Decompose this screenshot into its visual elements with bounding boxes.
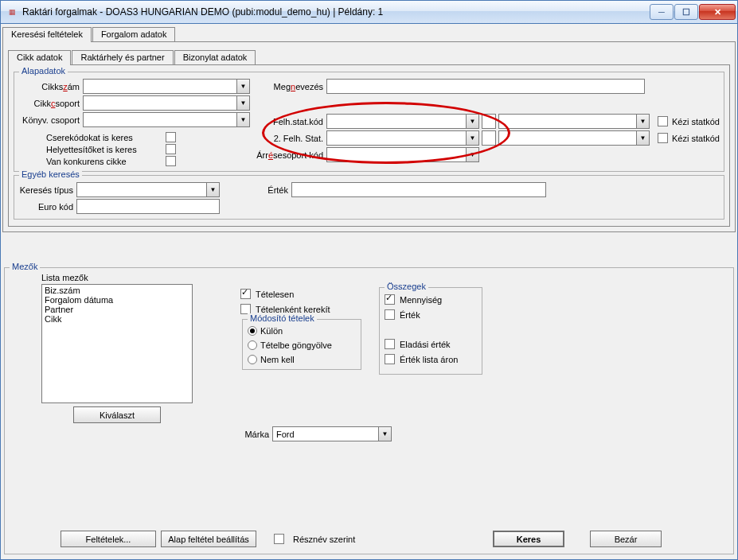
combo-felh2-2nd[interactable]: ▼ bbox=[498, 130, 650, 146]
list-item[interactable]: Biz.szám bbox=[43, 286, 191, 295]
label-felh-stat: Felh.stat.kód bbox=[256, 117, 326, 126]
list-item[interactable]: Partner bbox=[43, 305, 191, 314]
window-title: Raktári forgalmak - DOAS3 HUNGARIAN DEMO… bbox=[22, 6, 649, 18]
button-feltetelek[interactable]: Feltételek... bbox=[61, 531, 156, 547]
label-kezi1: Kézi statkód bbox=[672, 117, 723, 126]
label-nemkell: Nem kell bbox=[260, 355, 295, 364]
input-megnevezes[interactable] bbox=[326, 79, 645, 94]
check-mennyiseg[interactable] bbox=[385, 294, 395, 305]
label-cikkcsoport: Cikkcsoport bbox=[19, 99, 83, 108]
chevron-down-icon: ▼ bbox=[236, 80, 249, 93]
close-button[interactable]: ✕ bbox=[699, 4, 736, 20]
chevron-down-icon: ▼ bbox=[636, 115, 649, 128]
fieldset-alapadatok: Alapadatok Cikkszám ▼ Cikkcsoport ▼ bbox=[14, 72, 724, 172]
radio-kulon[interactable] bbox=[248, 326, 257, 336]
combo-kereses-tipus[interactable]: ▼ bbox=[76, 182, 220, 197]
combo-konyv-csoport[interactable]: ▼ bbox=[83, 112, 250, 127]
label-ertek-osszeg: Érték bbox=[400, 310, 420, 320]
combo-arres[interactable]: ▼ bbox=[326, 147, 479, 162]
outer-tab-row: Keresési feltételek Forgalom adatok bbox=[2, 25, 736, 41]
fieldset-osszegek: Összegek Mennyiség Érték Eladási érték É… bbox=[379, 287, 482, 375]
input-felh-extra[interactable] bbox=[482, 114, 496, 129]
fieldset-mezok: Mezők Lista mezők Biz.számForgalom dátum… bbox=[4, 267, 734, 554]
label-kereses-tipus: Keresés típus bbox=[19, 185, 76, 195]
inner-tab-row: Cikk adatok Raktárhely és partner Bizony… bbox=[8, 49, 730, 64]
combo-marka[interactable]: Ford▼ bbox=[272, 426, 392, 441]
combo-cikkcsoport[interactable]: ▼ bbox=[83, 95, 250, 111]
chevron-down-icon: ▼ bbox=[636, 131, 649, 145]
combo-felh-stat[interactable]: ▼ bbox=[326, 114, 479, 129]
check-eladasi[interactable] bbox=[385, 339, 395, 349]
label-megnevezes: Megnevezés bbox=[256, 82, 326, 91]
label-tetelkent: Tételenként kerekít bbox=[256, 305, 330, 314]
check-listaaron[interactable] bbox=[385, 354, 395, 364]
window-titlebar: ▦ Raktári forgalmak - DOAS3 HUNGARIAN DE… bbox=[1, 1, 737, 24]
legend-osszegek: Összegek bbox=[385, 282, 428, 291]
radio-nemkell[interactable] bbox=[248, 355, 257, 364]
tab-forgalom-adatok[interactable]: Forgalom adatok bbox=[92, 27, 176, 41]
check-resznev[interactable] bbox=[274, 534, 284, 544]
chevron-down-icon: ▼ bbox=[206, 183, 219, 196]
button-alap-feltetel[interactable]: Alap feltétel beállítás bbox=[161, 531, 256, 547]
button-bezar[interactable]: Bezár bbox=[590, 531, 662, 547]
list-item[interactable]: Forgalom dátuma bbox=[43, 295, 191, 305]
legend-alapadatok: Alapadatok bbox=[19, 66, 68, 76]
check-tetelesen[interactable] bbox=[240, 289, 251, 299]
label-eladasi: Eladási érték bbox=[400, 340, 451, 349]
label-konkurens: Van konkurens cikke bbox=[46, 157, 166, 166]
tab-keresesi-feltetelek[interactable]: Keresési feltételek bbox=[2, 27, 92, 42]
chevron-down-icon: ▼ bbox=[378, 427, 391, 441]
label-kulon: Külön bbox=[260, 326, 283, 336]
combo-felh2[interactable]: ▼ bbox=[326, 130, 479, 146]
label-tetelesen: Tételesen bbox=[256, 290, 294, 299]
list-item[interactable]: Cikk bbox=[43, 314, 191, 324]
label-cikkszam: Cikkszám bbox=[19, 82, 83, 91]
label-felh2: 2. Felh. Stat. bbox=[256, 134, 326, 143]
check-konkurens[interactable] bbox=[166, 156, 176, 166]
chevron-down-icon: ▼ bbox=[466, 131, 478, 145]
label-kezi2: Kézi statkód bbox=[672, 134, 723, 143]
legend-mezok: Mezők bbox=[10, 262, 40, 271]
input-felh2-extra[interactable] bbox=[482, 130, 496, 146]
tab-raktarhely[interactable]: Raktárhely és partner bbox=[72, 50, 173, 64]
footer-bar: Feltételek... Alap feltétel beállítás Ré… bbox=[10, 527, 728, 550]
tab-bizonylat[interactable]: Bizonylat adatok bbox=[174, 50, 256, 64]
label-ertek: Érték bbox=[236, 185, 291, 195]
app-icon: ▦ bbox=[6, 6, 18, 18]
label-marka: Márka bbox=[232, 430, 272, 439]
minimize-button[interactable]: ─ bbox=[650, 4, 674, 20]
chevron-down-icon: ▼ bbox=[466, 148, 478, 161]
legend-modosito: Módosító tételek bbox=[248, 313, 317, 323]
check-ertek[interactable] bbox=[385, 309, 395, 320]
check-csere[interactable] bbox=[166, 132, 176, 142]
legend-egyeb: Egyéb keresés bbox=[19, 169, 82, 179]
input-euro-kod[interactable] bbox=[76, 199, 220, 214]
label-gongyolve: Tételbe göngyölve bbox=[260, 340, 332, 350]
label-arres: Árrésesoport kód bbox=[256, 150, 326, 160]
check-kezi2[interactable] bbox=[658, 133, 668, 143]
radio-gongyolve[interactable] bbox=[248, 340, 257, 350]
button-kivalaszt[interactable]: Kiválaszt bbox=[73, 406, 161, 423]
combo-felh-stat-2nd[interactable]: ▼ bbox=[498, 114, 650, 129]
label-euro-kod: Euro kód bbox=[19, 202, 76, 212]
listbox-lista-mezok[interactable]: Biz.számForgalom dátumaPartnerCikk bbox=[41, 284, 193, 403]
label-mennyiseg: Mennyiség bbox=[400, 295, 442, 305]
check-helyett[interactable] bbox=[166, 144, 176, 154]
fieldset-modosito: Módosító tételek Külön Tételbe göngyölve… bbox=[242, 319, 361, 370]
chevron-down-icon: ▼ bbox=[466, 115, 478, 128]
label-lista-mezok: Lista mezők bbox=[41, 273, 193, 282]
input-ertek[interactable] bbox=[291, 182, 546, 197]
label-helyett: Helyettesítőket is keres bbox=[46, 145, 166, 154]
button-keres[interactable]: Keres bbox=[493, 531, 564, 547]
chevron-down-icon: ▼ bbox=[236, 113, 249, 126]
label-csere: Cserekódokat is keres bbox=[46, 133, 166, 142]
chevron-down-icon: ▼ bbox=[236, 96, 249, 110]
label-resznev: Résznév szerint bbox=[293, 535, 355, 544]
fieldset-egyeb: Egyéb keresés Keresés típus ▼ Érték Euro… bbox=[14, 175, 724, 220]
label-listaaron: Érték lista áron bbox=[400, 355, 458, 364]
combo-cikkszam[interactable]: ▼ bbox=[83, 79, 250, 94]
tab-cikk-adatok[interactable]: Cikk adatok bbox=[8, 50, 71, 65]
maximize-button[interactable]: ☐ bbox=[674, 4, 698, 20]
check-kezi1[interactable] bbox=[658, 116, 668, 126]
label-konyv-csoport: Könyv. csoport bbox=[19, 115, 83, 125]
